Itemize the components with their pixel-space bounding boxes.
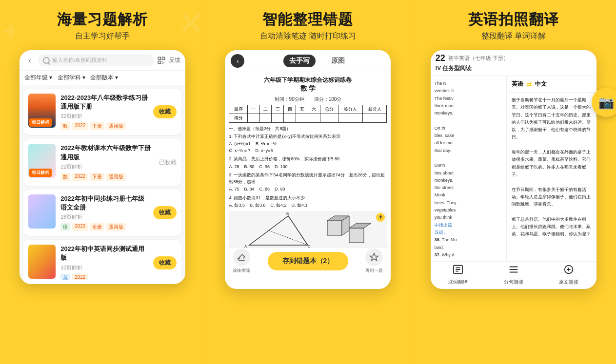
original-read-icon — [563, 264, 574, 277]
save-mistake-button[interactable]: 存到错题本（2） — [268, 252, 349, 270]
search-bar[interactable]: 输入名称/条形码找资料 — [38, 54, 154, 66]
svg-rect-2 — [158, 61, 160, 63]
exam-questions: 一、选择题（每题3分，共8题） 1. 下列各式中计算正确的是(x+y)不等式按比… — [229, 126, 387, 248]
regroup-button[interactable]: 再组一题 — [365, 249, 383, 274]
panel-3-title: 英语拍照翻译 — [421, 11, 606, 28]
filter-bar: 全部年级 ▾ 全部学科 ▾ 全部版本 ▾ — [20, 71, 185, 85]
question-add-badge[interactable]: + — [376, 213, 385, 222]
tag-1-year: 2022 — [72, 122, 88, 130]
filter-grade[interactable]: 全部年级 ▾ — [24, 74, 52, 82]
tag-2-year: 2022 — [72, 173, 88, 181]
tag-3-lang: 语 — [60, 223, 70, 231]
book-info-4: 2022年初中英语同步测试通用版 32页解析 英 2022 — [60, 245, 148, 280]
geometry-svg: A B C — [229, 211, 387, 248]
score-row-6 — [308, 114, 320, 123]
filter-version[interactable]: 全部版本 ▾ — [90, 74, 118, 82]
q1: 1. 下列各式中计算正确的是(x+y)不等式按比例关系如表示 — [229, 134, 387, 140]
q3-answers: A. 75B. 84C. 86D. 90 — [229, 186, 387, 193]
score-header-0: 题序 — [229, 105, 247, 114]
translation-text: 猴子自助餐节在十一月的最后一个星期天。对泰国的猴子来说，这是一个很大的节日。这个… — [512, 96, 592, 238]
score-row-3 — [272, 114, 284, 123]
book-card-2[interactable]: 每日解析 2022年教材课本六年级数学下册通用版 22页解析 数 2022 下册… — [23, 139, 181, 185]
tab-original-read-label: 原文朗读 — [559, 279, 578, 286]
tab-word-translate[interactable]: 取词翻译 — [431, 261, 486, 288]
book-pages-4: 32页解析 — [60, 264, 148, 271]
panel-exercises: × + 海量习题解析 自主学习好帮手 ‹ 输入名称/条形码找资料 反馈 全部 — [0, 0, 205, 364]
score-header-1: 一 — [247, 105, 259, 114]
phone-3-bottom-bar: 取词翻译 分句朗读 — [431, 261, 596, 288]
collect-button-4[interactable]: 收藏 — [153, 256, 177, 269]
regroup-label: 再组一题 — [365, 268, 383, 274]
panel-mistakes: 智能整理错题 自动清除笔迹 随时打印练习 ‹ 去手写 原图 六年级下学期期末综合… — [205, 0, 411, 364]
erase-button[interactable]: 涂抹擦除 — [233, 249, 250, 274]
back-circle-button[interactable]: ‹ — [231, 54, 244, 68]
book-nav-title: 初中英语（七年级 下册） — [448, 55, 509, 62]
panel-2-subtitle: 自动清除笔迹 随时打印练习 — [215, 31, 400, 41]
score-header-8: 签分人 — [338, 105, 363, 114]
score-header-6: 六 — [308, 105, 320, 114]
svg-line-11 — [269, 230, 308, 245]
lang-to: 中文 — [535, 80, 547, 88]
phone-mockup-1: ‹ 输入名称/条形码找资料 反馈 全部年级 ▾ 全部学科 ▾ 全部版本 ▾ — [20, 50, 185, 284]
book-card-4[interactable]: 2022年初中英语同步测试通用版 32页解析 英 2022 收藏 — [23, 240, 181, 280]
svg-rect-15 — [349, 228, 364, 243]
tab-sentence-read-label: 分句朗读 — [504, 279, 523, 286]
tab-handwrite[interactable]: 去手写 — [283, 55, 316, 67]
phone-2-bottom-bar: 涂抹擦除 存到错题本（2） 再组一题 — [225, 248, 391, 274]
book-number: 22 — [436, 53, 445, 63]
book-cover-4 — [28, 245, 56, 279]
panel-2-title: 智能整理错题 — [215, 11, 400, 28]
phone-3-topbar: 22 初中英语（七年级 下册） IV 任务型阅读 — [431, 50, 596, 76]
panel-3-subtitle: 整段翻译 单词详解 — [421, 31, 606, 41]
panel-1-title: 海量习题解析 — [10, 11, 195, 28]
tab-word-translate-label: 取词翻译 — [448, 279, 468, 286]
camera-icon: 📷 — [598, 95, 614, 110]
question-section-1: 一、选择题（每题3分，共8题） 1. 下列各式中计算正确的是(x+y)不等式按比… — [229, 126, 387, 154]
lang-arrow-icon: ⇄ — [526, 80, 532, 88]
tag-3-ver: 通用版 — [106, 223, 126, 231]
collect-button-3[interactable]: 收藏 — [153, 206, 177, 219]
language-toggle[interactable]: 英语 ⇄ 中文 — [512, 80, 547, 88]
book-title-2: 2022年教材课本六年级数学下册通用版 — [60, 144, 154, 161]
q-instruction: 一、选择题（每题3分，共8题） — [229, 126, 387, 133]
book-title-4: 2022年初中英语同步测试通用版 — [60, 245, 148, 262]
phone-3-content: The N vember. It The festiv think mon mo… — [431, 76, 596, 261]
q4: 4. 如图小数点31，是数超过的大小不少 — [229, 195, 387, 202]
book-pages-3: 28页解析 — [60, 213, 148, 221]
daily-badge-2: 每日解析 — [29, 169, 52, 177]
back-button[interactable]: ‹ — [24, 55, 35, 66]
score-header-9: 核分人 — [362, 105, 387, 114]
score-header-4: 四 — [284, 105, 296, 114]
book-info-2: 2022年教材课本六年级数学下册通用版 22页解析 数 2022 下册 通用版 — [60, 144, 154, 180]
question-section-3: 3. 一次函数的某条件下54名同学的分数被统计显示超出74分，超出28分，超出超… — [229, 172, 387, 193]
word-translate-icon — [453, 264, 463, 277]
book-card-3[interactable]: 2022年初中同步练习册七年级语文全册 28页解析 语 2022 全册 通用版 … — [23, 190, 181, 236]
tab-sentence-read[interactable]: 分句朗读 — [486, 261, 541, 288]
tag-1-ver: 通用版 — [106, 122, 126, 130]
tab-buttons: 去手写 原图 — [249, 55, 385, 67]
tag-4-year: 2022 — [72, 274, 88, 280]
panel-3-header: 英语拍照翻译 整段翻译 单词详解 — [411, 0, 616, 46]
svg-rect-1 — [162, 57, 165, 59]
book-title-3: 2022年初中同步练习册七年级语文全册 — [60, 194, 148, 212]
tab-original[interactable]: 原图 — [325, 55, 351, 67]
search-bar-row: ‹ 输入名称/条形码找资料 反馈 — [20, 50, 185, 71]
tab-original-read[interactable]: 原文朗读 — [541, 261, 596, 288]
q4-answers: A. 如3.5B. 如3.8C. 如4.2D. 如4.1 — [229, 202, 387, 209]
search-icon — [43, 57, 50, 64]
tag-1-vol: 下册 — [90, 122, 104, 130]
panel-1-header: 海量习题解析 自主学习好帮手 — [0, 0, 205, 46]
exam-score: 满分：100分 — [314, 96, 342, 103]
tag-3-year: 2022 — [72, 223, 88, 231]
scan-icon[interactable] — [157, 56, 166, 65]
svg-marker-16 — [349, 223, 371, 228]
feedback-button[interactable]: 反馈 — [169, 56, 180, 64]
book-card-1[interactable]: 每日解析 2022-2023年八年级数学练习册通用版下册 32页解析 数 202… — [23, 89, 181, 135]
cover-4-image — [28, 245, 56, 279]
tag-2-ver: 通用版 — [106, 173, 126, 181]
book-tags-4: 英 2022 — [60, 274, 148, 280]
filter-subject[interactable]: 全部学科 ▾ — [58, 74, 85, 82]
q1-answers: A. (x+½)=1 B. ⅔ = −½ — [229, 141, 387, 148]
book-tags-1: 数 2022 下册 通用版 — [60, 122, 148, 130]
collect-button-1[interactable]: 收藏 — [153, 105, 177, 118]
